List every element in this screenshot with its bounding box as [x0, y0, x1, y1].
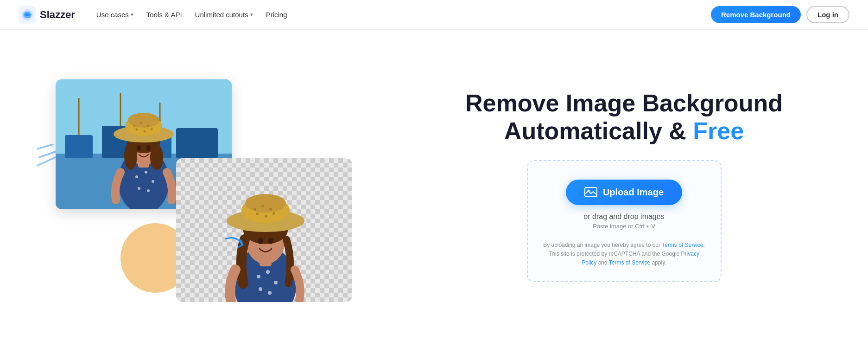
svg-point-46	[253, 208, 256, 211]
terms-of-service-link-1[interactable]: Terms of Service	[662, 242, 703, 248]
logo[interactable]: Slazzer	[19, 6, 75, 24]
svg-line-5	[37, 144, 53, 149]
svg-point-51	[272, 212, 275, 215]
svg-point-48	[269, 208, 272, 211]
nav-item-pricing[interactable]: Pricing	[261, 8, 292, 21]
svg-point-55	[266, 270, 270, 274]
svg-point-53	[268, 238, 273, 244]
svg-point-21	[124, 142, 137, 170]
svg-point-45	[245, 194, 286, 213]
svg-point-38	[147, 189, 150, 192]
upload-box: Upload Image or drag and drop images Pas…	[527, 160, 722, 283]
hero-content: Remove Image Background Automatically & …	[399, 90, 840, 282]
svg-line-7	[37, 157, 56, 166]
svg-point-32	[137, 145, 141, 151]
nav-links: Use cases ▾ Tools & API Unlimited cutout…	[92, 8, 292, 21]
nav-item-tools[interactable]: Tools & API	[142, 8, 187, 21]
svg-point-29	[136, 128, 138, 130]
svg-point-26	[133, 124, 136, 127]
svg-point-27	[140, 122, 143, 124]
svg-point-31	[151, 128, 153, 130]
hero-images	[19, 52, 399, 321]
svg-point-33	[146, 145, 151, 151]
svg-point-47	[261, 205, 264, 207]
logo-text: Slazzer	[40, 9, 75, 21]
svg-point-50	[265, 215, 267, 218]
drag-drop-text: or drag and drop images	[583, 213, 664, 221]
after-image	[176, 158, 352, 302]
chevron-down-icon: ▾	[131, 12, 133, 18]
svg-point-52	[258, 238, 263, 244]
svg-rect-13	[176, 128, 218, 158]
paste-text: Paste image or Ctrl + V	[593, 223, 655, 230]
svg-point-54	[257, 275, 260, 278]
navbar-right: Remove Background Log in	[711, 6, 849, 23]
upload-image-icon	[584, 187, 597, 197]
svg-point-36	[152, 180, 154, 183]
svg-point-49	[256, 213, 259, 215]
hero-section: Remove Image Background Automatically & …	[0, 30, 868, 342]
login-button[interactable]: Log in	[806, 6, 849, 23]
svg-point-57	[259, 287, 262, 291]
svg-point-34	[135, 175, 138, 178]
hero-title: Remove Image Background Automatically & …	[465, 90, 783, 145]
svg-point-58	[268, 291, 272, 295]
svg-point-25	[128, 113, 159, 128]
svg-point-56	[274, 281, 278, 284]
logo-icon	[19, 6, 36, 24]
svg-point-37	[138, 187, 140, 190]
svg-point-28	[147, 124, 150, 127]
navbar: Slazzer Use cases ▾ Tools & API Unlimite…	[0, 0, 868, 30]
chevron-down-icon-2: ▾	[250, 12, 253, 18]
terms-of-service-link-2[interactable]: Terms of Service	[609, 259, 650, 266]
navbar-left: Slazzer Use cases ▾ Tools & API Unlimite…	[19, 6, 292, 24]
upload-terms: By uploading an image you hereby agree t…	[542, 241, 707, 268]
nav-item-use-cases[interactable]: Use cases ▾	[92, 8, 138, 21]
nav-item-unlimited[interactable]: Unlimited cutouts ▾	[190, 8, 258, 21]
svg-point-35	[145, 171, 147, 174]
upload-image-button[interactable]: Upload Image	[566, 180, 682, 205]
svg-point-22	[150, 144, 163, 170]
svg-line-6	[39, 151, 58, 157]
after-image-content	[176, 158, 352, 302]
remove-background-button[interactable]: Remove Background	[711, 6, 801, 23]
svg-rect-10	[65, 135, 93, 158]
svg-point-30	[144, 130, 146, 132]
